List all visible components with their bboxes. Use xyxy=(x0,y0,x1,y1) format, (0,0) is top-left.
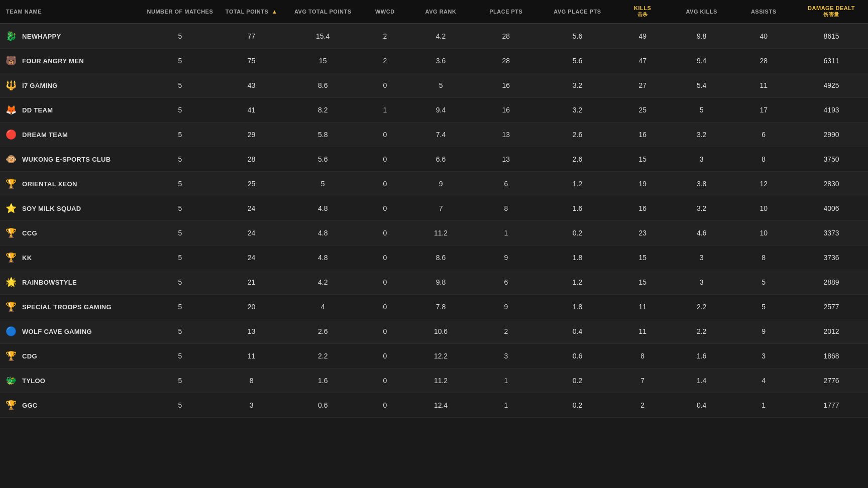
total-points-cell: 43 xyxy=(218,73,286,98)
team-name: SPECIAL TROOPS GAMING xyxy=(22,303,112,311)
total-points-cell: 21 xyxy=(218,270,286,295)
table-row: 🦊 DD TEAM 5 41 8.2 1 9.4 16 3.2 25 5 17 … xyxy=(0,98,868,123)
table-row: 🐲 TYLOO 5 8 1.6 0 11.2 1 0.2 7 1.4 4 277… xyxy=(0,369,868,393)
wwcd-cell: 1 xyxy=(360,98,410,123)
table-header: TEAM NAME NUMBER OF MATCHES TOTAL POINTS… xyxy=(0,0,868,24)
table-row: 🔴 DREAM TEAM 5 29 5.8 0 7.4 13 2.6 16 3.… xyxy=(0,123,868,147)
kills-cell: 23 xyxy=(615,221,671,246)
wwcd-cell: 2 xyxy=(360,49,410,73)
table-row: 🏆 CDG 5 11 2.2 0 12.2 3 0.6 8 1.6 3 1868 xyxy=(0,344,868,369)
table-row: 🏆 KK 5 24 4.8 0 8.6 9 1.8 15 3 8 3736 xyxy=(0,246,868,270)
th-place-pts: PLACE PTS xyxy=(472,0,540,24)
team-name: DD TEAM xyxy=(22,106,53,114)
avg-kills-cell: 4.6 xyxy=(671,221,733,246)
wwcd-cell: 0 xyxy=(360,369,410,393)
team-cell: 🏆 SPECIAL TROOPS GAMING xyxy=(0,295,143,319)
avg-rank-cell: 9.4 xyxy=(410,98,472,123)
place-pts-cell: 1 xyxy=(472,393,540,418)
th-damage-dealt: DAMAGE DEALT 伤害量 xyxy=(795,0,868,24)
table-row: 🌟 RAINBOWSTYLE 5 21 4.2 0 9.8 6 1.2 15 3… xyxy=(0,270,868,295)
team-cell: 🐲 TYLOO xyxy=(0,369,143,393)
avg-rank-cell: 7 xyxy=(410,196,472,221)
kills-cell: 49 xyxy=(615,24,671,49)
avg-place-pts-cell: 1.6 xyxy=(540,196,614,221)
avg-place-pts-cell: 2.6 xyxy=(540,123,614,147)
place-pts-cell: 8 xyxy=(472,196,540,221)
avg-total-points-cell: 2.2 xyxy=(286,344,360,369)
team-cell: 🦊 DD TEAM xyxy=(0,98,143,123)
matches-cell: 5 xyxy=(143,319,217,344)
avg-kills-cell: 5.4 xyxy=(671,73,733,98)
place-pts-cell: 13 xyxy=(472,147,540,172)
team-name: DREAM TEAM xyxy=(22,131,68,139)
damage-cell: 2776 xyxy=(795,369,868,393)
avg-kills-cell: 1.6 xyxy=(671,344,733,369)
team-icon: 🏆 xyxy=(4,349,18,363)
damage-cell: 2990 xyxy=(795,123,868,147)
assists-cell: 1 xyxy=(732,393,795,418)
avg-rank-cell: 12.4 xyxy=(410,393,472,418)
matches-cell: 5 xyxy=(143,344,217,369)
team-icon: 🦊 xyxy=(4,103,18,117)
assists-cell: 5 xyxy=(732,270,795,295)
table-row: 🏆 ORIENTAL XEON 5 25 5 0 9 6 1.2 19 3.8 … xyxy=(0,172,868,196)
avg-kills-cell: 3.2 xyxy=(671,196,733,221)
matches-cell: 5 xyxy=(143,73,217,98)
avg-rank-cell: 12.2 xyxy=(410,344,472,369)
kills-cell: 16 xyxy=(615,196,671,221)
table-row: 🐵 WUKONG E-SPORTS CLUB 5 28 5.6 0 6.6 13… xyxy=(0,147,868,172)
avg-kills-cell: 3 xyxy=(671,147,733,172)
sort-icon: ▲ xyxy=(272,9,277,15)
assists-cell: 3 xyxy=(732,344,795,369)
assists-cell: 40 xyxy=(732,24,795,49)
team-cell: 🏆 CDG xyxy=(0,344,143,369)
team-icon: 🐉 xyxy=(4,29,18,43)
assists-cell: 10 xyxy=(732,221,795,246)
th-avg-rank: AVG RANK xyxy=(410,0,472,24)
team-icon: 🏆 xyxy=(4,177,18,191)
wwcd-cell: 2 xyxy=(360,24,410,49)
table-row: ⭐ SOY MILK SQUAD 5 24 4.8 0 7 8 1.6 16 3… xyxy=(0,196,868,221)
total-points-cell: 3 xyxy=(218,393,286,418)
th-team-name: TEAM NAME xyxy=(0,0,143,24)
kills-cell: 11 xyxy=(615,295,671,319)
team-icon: 🏆 xyxy=(4,300,18,314)
place-pts-cell: 9 xyxy=(472,295,540,319)
assists-cell: 17 xyxy=(732,98,795,123)
matches-cell: 5 xyxy=(143,246,217,270)
team-cell: 🏆 CCG xyxy=(0,221,143,246)
avg-place-pts-cell: 5.6 xyxy=(540,49,614,73)
damage-cell: 3750 xyxy=(795,147,868,172)
avg-total-points-cell: 4 xyxy=(286,295,360,319)
th-total-points[interactable]: TOTAL POINTS ▲ xyxy=(218,0,286,24)
kills-cell: 15 xyxy=(615,270,671,295)
wwcd-cell: 0 xyxy=(360,270,410,295)
avg-place-pts-cell: 0.6 xyxy=(540,344,614,369)
matches-cell: 5 xyxy=(143,24,217,49)
wwcd-cell: 0 xyxy=(360,319,410,344)
place-pts-cell: 6 xyxy=(472,270,540,295)
place-pts-cell: 1 xyxy=(472,369,540,393)
assists-cell: 4 xyxy=(732,369,795,393)
table-row: 🐉 NEWHAPPY 5 77 15.4 2 4.2 28 5.6 49 9.8… xyxy=(0,24,868,49)
th-wwcd: WWCD xyxy=(360,0,410,24)
matches-cell: 5 xyxy=(143,147,217,172)
matches-cell: 5 xyxy=(143,221,217,246)
avg-kills-cell: 3.2 xyxy=(671,123,733,147)
team-cell: ⭐ SOY MILK SQUAD xyxy=(0,196,143,221)
team-name: GGC xyxy=(22,402,38,409)
team-cell: 🔱 I7 GAMING xyxy=(0,73,143,98)
place-pts-cell: 13 xyxy=(472,123,540,147)
avg-place-pts-cell: 3.2 xyxy=(540,73,614,98)
avg-place-pts-cell: 0.2 xyxy=(540,221,614,246)
team-icon: ⭐ xyxy=(4,201,18,215)
avg-total-points-cell: 8.6 xyxy=(286,73,360,98)
table-row: 🔱 I7 GAMING 5 43 8.6 0 5 16 3.2 27 5.4 1… xyxy=(0,73,868,98)
avg-rank-cell: 5 xyxy=(410,73,472,98)
avg-kills-cell: 3 xyxy=(671,270,733,295)
avg-rank-cell: 10.6 xyxy=(410,319,472,344)
kills-cell: 15 xyxy=(615,147,671,172)
avg-kills-cell: 1.4 xyxy=(671,369,733,393)
avg-kills-cell: 5 xyxy=(671,98,733,123)
assists-cell: 8 xyxy=(732,147,795,172)
